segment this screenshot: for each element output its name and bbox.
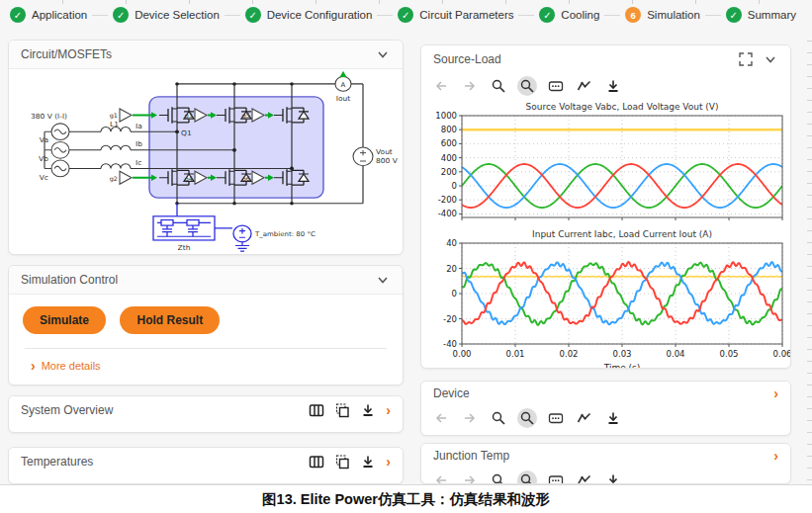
table-columns-icon[interactable] [309, 454, 324, 470]
svg-text:0: 0 [452, 289, 457, 299]
line-chart-icon[interactable] [575, 76, 594, 96]
label-ammeter: A [341, 81, 346, 89]
svg-text:400: 400 [441, 153, 457, 163]
label-va: Va [40, 136, 48, 145]
table-columns-icon[interactable] [309, 402, 324, 418]
svg-text:-40: -40 [443, 339, 457, 349]
circuit-panel-header[interactable]: Circuit/MOSFETs [9, 41, 403, 69]
chevron-right-icon[interactable]: › [773, 449, 778, 463]
chevron-right-icon: › [31, 359, 36, 373]
label-vout-value: 800 V [376, 156, 398, 165]
chevron-down-icon[interactable] [375, 47, 391, 61]
download-icon[interactable] [603, 76, 623, 96]
label-g4: g4 [185, 175, 193, 183]
svg-text:40: 40 [446, 238, 457, 248]
step-device-selection[interactable]: ✓ Device Selection [113, 7, 220, 23]
label-g6: g6 [242, 175, 250, 183]
label-g3: g3 [185, 113, 193, 121]
chevron-down-icon[interactable] [763, 52, 778, 66]
step-label: Circuit Parameters [419, 9, 513, 21]
chart-title: Input Current Iabc, Load Current Iout (A… [532, 229, 712, 239]
source-load-header[interactable]: Source-Load [421, 45, 790, 73]
panel-device: Device › [420, 381, 791, 436]
chart-input-current[interactable]: 40200-20-400.000.010.020.030.040.050.06I… [422, 227, 789, 369]
step-label: Application [32, 9, 87, 21]
panel-title: Junction Temp [433, 449, 509, 463]
forward-arrow-icon[interactable] [460, 76, 480, 96]
step-connector [225, 15, 240, 16]
label-zth: Zth [178, 243, 191, 252]
hold-result-button[interactable]: Hold Result [120, 306, 220, 334]
panel-title: Device [433, 386, 470, 400]
box-select-icon[interactable] [546, 408, 566, 428]
junction-temp-header[interactable]: Junction Temp › [421, 444, 790, 468]
back-arrow-icon[interactable] [431, 470, 451, 484]
label-g5: g5 [242, 113, 250, 121]
forward-arrow-icon[interactable] [460, 470, 480, 484]
step-number-badge: 6 [625, 7, 641, 23]
step-connector [705, 15, 721, 16]
check-icon: ✓ [113, 7, 129, 23]
chart-source-voltage[interactable]: 10008006004002000-200-400Source Voltage … [422, 100, 789, 227]
back-arrow-icon[interactable] [431, 76, 451, 96]
check-icon: ✓ [10, 7, 26, 23]
figure-caption: 图13. Elite Power仿真工具：仿真结果和波形 [262, 490, 550, 509]
more-details-link[interactable]: › More details [31, 359, 389, 373]
copy-icon[interactable] [334, 402, 350, 418]
forward-arrow-icon[interactable] [460, 408, 480, 428]
box-select-icon[interactable] [546, 470, 566, 484]
step-cooling[interactable]: ✓ Cooling [539, 7, 599, 23]
chevron-down-icon[interactable] [375, 273, 391, 287]
chart-title: Source Voltage Vabc, Load Voltage Vout (… [525, 102, 718, 112]
zoom-active-icon[interactable] [517, 470, 537, 484]
step-application[interactable]: ✓ Application [10, 7, 87, 23]
chevron-right-icon[interactable]: › [386, 403, 391, 417]
panel-system-overview: System Overview › [8, 395, 404, 433]
step-connector [604, 15, 620, 16]
chevron-right-icon[interactable]: › [773, 386, 778, 400]
download-icon[interactable] [360, 402, 376, 418]
svg-text:800: 800 [441, 125, 457, 134]
plot-toolbar [421, 405, 790, 432]
box-select-icon[interactable] [546, 76, 566, 96]
check-icon: ✓ [398, 7, 413, 23]
zoom-icon[interactable] [489, 408, 508, 428]
divider [25, 348, 387, 349]
zoom-active-icon[interactable] [517, 76, 537, 96]
step-device-configuration[interactable]: ✓ Device Configuration [245, 7, 373, 23]
panel-title: System Overview [21, 403, 113, 417]
download-icon[interactable] [360, 454, 376, 470]
download-icon[interactable] [603, 408, 623, 428]
step-label: Simulation [647, 9, 700, 21]
system-overview-header[interactable]: System Overview › [9, 396, 403, 424]
zoom-icon[interactable] [489, 470, 508, 484]
zoom-active-icon[interactable] [517, 408, 537, 428]
svg-text:0: 0 [452, 181, 457, 191]
panel-title: Simulation Control [21, 273, 118, 287]
svg-text:1000: 1000 [435, 111, 457, 121]
label-q1: Q1 [181, 128, 192, 137]
label-iout: Iout [336, 94, 351, 103]
line-chart-icon[interactable] [575, 470, 594, 484]
panel-simulation-control: Simulation Control Simulate Hold Result … [8, 265, 404, 385]
step-simulation-current[interactable]: 6 Simulation [625, 7, 700, 23]
check-icon: ✓ [726, 7, 742, 23]
label-g2: g2 [110, 175, 118, 183]
sim-control-header[interactable]: Simulation Control [9, 266, 403, 295]
simulate-button[interactable]: Simulate [23, 306, 106, 334]
svg-text:0.00: 0.00 [453, 349, 472, 359]
zoom-icon[interactable] [489, 76, 508, 96]
line-chart-icon[interactable] [575, 408, 594, 428]
device-header[interactable]: Device › [421, 382, 790, 405]
check-icon: ✓ [539, 7, 555, 23]
step-circuit-parameters[interactable]: ✓ Circuit Parameters [398, 7, 513, 23]
copy-icon[interactable] [334, 454, 350, 470]
back-arrow-icon[interactable] [431, 408, 451, 428]
fullscreen-icon[interactable] [739, 52, 753, 66]
download-icon[interactable] [603, 470, 623, 484]
temperatures-header[interactable]: Temperatures › [9, 448, 403, 475]
label-ib: Ib [135, 139, 142, 148]
svg-text:0.02: 0.02 [560, 349, 579, 359]
chevron-right-icon[interactable]: › [386, 455, 391, 469]
step-summary[interactable]: ✓ Summary [726, 7, 796, 23]
